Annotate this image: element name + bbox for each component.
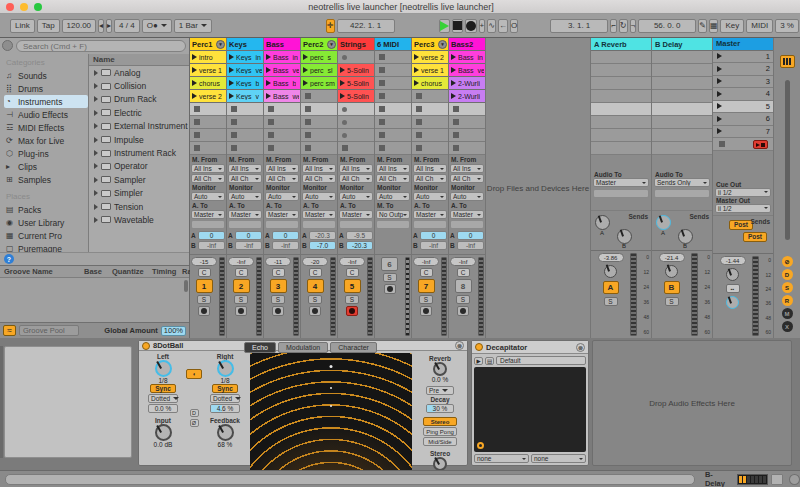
scene-play-icon[interactable] <box>717 78 722 84</box>
expand-icon[interactable] <box>94 150 98 156</box>
clip-stop-icon[interactable] <box>453 132 459 138</box>
tab-modulation[interactable]: Modulation <box>278 342 328 353</box>
arrangement-position-field[interactable]: 422. 1. 1 <box>337 19 395 33</box>
groove-column-groove-name[interactable]: Groove Name <box>0 267 80 276</box>
clip-slot-empty[interactable] <box>412 129 448 142</box>
browser-item-tension[interactable]: Tension <box>89 200 189 213</box>
solo-button[interactable]: S <box>456 295 470 304</box>
stereo-width-knob[interactable] <box>433 457 447 471</box>
clip-stop-icon[interactable] <box>194 106 200 112</box>
clip-slot-empty[interactable] <box>190 129 226 142</box>
sidebar-item-drums[interactable]: ⣿Drums <box>4 82 88 95</box>
ducking-button[interactable]: D <box>190 409 199 417</box>
browser-item-drum-rack[interactable]: Drum Rack <box>89 93 189 106</box>
sidebar-item-instruments[interactable]: ◔Instruments <box>4 95 88 108</box>
browser-item-sampler[interactable]: Sampler <box>89 173 189 186</box>
clip-slot-empty[interactable] <box>412 90 448 103</box>
return-slot[interactable] <box>652 116 712 129</box>
clip-slot-empty[interactable] <box>338 129 374 142</box>
clip-slot[interactable]: 5-Solin <box>338 64 374 77</box>
param-select-2[interactable]: none <box>531 454 586 463</box>
expand-icon[interactable] <box>94 204 98 210</box>
plugin-display[interactable] <box>474 367 586 452</box>
clip-stop-icon[interactable] <box>416 93 422 99</box>
volume-value[interactable]: -1.44 <box>720 256 746 265</box>
close-window-button[interactable] <box>6 3 14 11</box>
scene-row-4[interactable]: 4 <box>713 88 773 101</box>
return-slot[interactable] <box>591 142 651 155</box>
device-power-icon[interactable] <box>475 343 483 351</box>
output-type-select[interactable]: Master <box>339 210 373 219</box>
solo-button[interactable]: S <box>308 295 322 304</box>
follow-button[interactable]: ✛ <box>326 19 335 33</box>
loop-length-field[interactable]: 56. 0. 0 <box>638 19 696 33</box>
scene-row-5[interactable]: 5 <box>713 101 773 114</box>
clip-stop-icon[interactable] <box>305 132 311 138</box>
clip-stop-icon[interactable] <box>453 145 459 151</box>
arm-button[interactable] <box>272 306 284 316</box>
loop-start-field[interactable]: 3. 1. 1 <box>550 19 608 33</box>
scene-play-icon[interactable] <box>717 116 722 122</box>
clip-stop-icon[interactable] <box>268 145 274 151</box>
input-channel-select[interactable]: All Ch <box>376 174 410 183</box>
tap-tempo-button[interactable]: Tap <box>37 19 60 33</box>
clip-slot[interactable]: 2-Wurli <box>449 90 485 103</box>
clip-stop-icon[interactable] <box>305 145 311 151</box>
punch-out-button[interactable]: ¬ <box>630 19 637 33</box>
scene-row-6[interactable]: 6 <box>713 113 773 126</box>
right-mode-select[interactable]: Dotted <box>210 394 240 403</box>
sidebar-item-audio-effects[interactable]: ⊣Audio Effects <box>4 108 88 121</box>
scene-play-icon[interactable] <box>717 91 722 97</box>
left-mode-select[interactable]: Dotted <box>148 394 178 403</box>
monitor-select[interactable]: Auto <box>302 192 336 201</box>
groove-column-quantize[interactable]: Quantize <box>108 267 148 276</box>
clip-stop-icon[interactable] <box>268 132 274 138</box>
clip-stop-icon[interactable] <box>194 119 200 125</box>
return-slot[interactable] <box>591 64 651 77</box>
clip-slot[interactable]: Bass_b <box>264 77 300 90</box>
clip-stop-icon[interactable] <box>379 80 385 86</box>
send-a-value[interactable]: -9.5 <box>346 231 373 240</box>
new-button[interactable]: + <box>479 19 486 33</box>
sidebar-item-sounds[interactable]: ♫Sounds <box>4 69 88 82</box>
browser-item-wavetable[interactable]: Wavetable <box>89 213 189 226</box>
clip-stop-icon[interactable] <box>231 132 237 138</box>
volume-value[interactable]: -20 <box>302 257 328 266</box>
clip-stop-icon[interactable] <box>379 132 385 138</box>
output-type-select[interactable]: Master <box>450 210 484 219</box>
input-type-select[interactable]: All Ins <box>339 164 373 173</box>
clip-slot-empty[interactable] <box>338 51 374 64</box>
groove-column-base[interactable]: Base <box>80 267 108 276</box>
clip-slot[interactable]: Bass_ve <box>449 64 485 77</box>
scene-row-7[interactable]: 7 <box>713 126 773 139</box>
clip-slot-empty[interactable] <box>338 142 374 155</box>
clip-slot-empty[interactable] <box>301 103 337 116</box>
return-header[interactable]: B Delay <box>652 38 712 51</box>
clip-play-icon[interactable] <box>451 67 456 73</box>
clip-play-icon[interactable] <box>229 93 234 99</box>
clip-play-icon[interactable] <box>340 67 345 73</box>
input-channel-select[interactable]: All Ch <box>413 174 447 183</box>
scene-row-2[interactable]: 2 <box>713 63 773 76</box>
send-b-value[interactable]: -inf <box>420 241 447 250</box>
clip-slot-empty[interactable] <box>190 116 226 129</box>
clip-stop-icon[interactable] <box>268 119 274 125</box>
clip-slot[interactable]: Bass_in <box>449 51 485 64</box>
clip-stop-icon[interactable] <box>194 145 200 151</box>
browser-item-electric[interactable]: Electric <box>89 106 189 119</box>
return-slot[interactable] <box>652 51 712 64</box>
clip-slot-empty[interactable] <box>227 116 263 129</box>
clip-play-icon[interactable] <box>192 93 197 99</box>
back-icon[interactable] <box>2 40 13 51</box>
send-a-value[interactable]: 0 <box>198 231 225 240</box>
clip-slot[interactable]: perc_s <box>301 51 337 64</box>
plugin-knob-icon[interactable] <box>477 442 484 449</box>
vertical-scrollbar[interactable] <box>785 80 790 240</box>
groove-column-timing[interactable]: Timing <box>148 267 178 276</box>
input-type-select[interactable]: All Ins <box>191 164 225 173</box>
monitor-select[interactable]: Auto <box>413 192 447 201</box>
stereo-link-icon[interactable]: ◖ <box>186 369 202 379</box>
monitor-select[interactable]: Auto <box>265 192 299 201</box>
return-slot[interactable] <box>591 103 651 116</box>
clip-play-icon[interactable] <box>303 67 308 73</box>
